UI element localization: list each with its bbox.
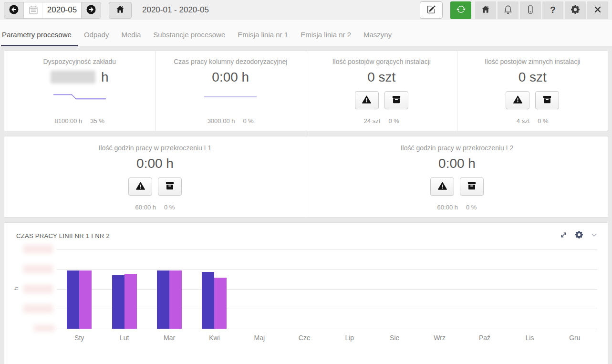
kpi-footer: 4 szt 0 % xyxy=(517,117,549,125)
kpi-buttons xyxy=(355,91,408,109)
chart-title: CZAS PRACY LINII NR 1 I NR 2 xyxy=(16,232,110,239)
dashboard-home-button[interactable] xyxy=(475,1,496,19)
bar-linia-nr-1 xyxy=(202,272,214,329)
baseline xyxy=(57,329,597,329)
arrow-right-circle-icon xyxy=(86,4,96,16)
kpi-buttons xyxy=(430,177,484,196)
kpi-footer: 24 szt 0 % xyxy=(364,117,399,125)
expand-icon[interactable] xyxy=(560,231,567,240)
kpi-card-czas-kolumny: Czas pracy kolumny dezodoryzacyjnej 0:00… xyxy=(156,51,307,131)
x-tick-label: Lut xyxy=(102,334,146,342)
kpi-percent: 0 % xyxy=(466,204,477,211)
kpi-card-dyspozycyjnosc: Dyspozycyjność zakładu h 8100:00 h 35 % xyxy=(4,51,156,131)
refresh-icon xyxy=(456,5,466,15)
pencil-square-icon xyxy=(427,5,436,15)
arrow-left-circle-icon xyxy=(9,4,19,16)
gear-icon xyxy=(571,5,580,15)
bar-group xyxy=(507,249,552,329)
alerts-button[interactable] xyxy=(355,91,379,109)
kpi-value: 0:00 h xyxy=(212,70,249,85)
redacted-tick-label xyxy=(23,245,53,253)
x-tick-label: Maj xyxy=(237,334,282,342)
chart-header: CZAS PRACY LINII NR 1 I NR 2 xyxy=(4,223,608,245)
x-tick-label: Cze xyxy=(282,334,327,342)
x-tick-label: Gru xyxy=(552,334,597,342)
kpi-title: Czas pracy kolumny dezodoryzacyjnej xyxy=(174,58,287,65)
archive-button[interactable] xyxy=(460,177,484,196)
refresh-button[interactable] xyxy=(450,1,471,19)
tab-emisja-linia-nr-1[interactable]: Emisja linia nr 1 xyxy=(231,31,294,46)
archive-button[interactable] xyxy=(535,91,559,109)
kpi-limit: 60:00 h xyxy=(437,204,458,211)
tab-maszyny[interactable]: Maszyny xyxy=(357,31,398,46)
archive-icon xyxy=(467,182,476,191)
kpi-sparkline xyxy=(53,93,106,103)
redacted-tick-label xyxy=(23,265,53,273)
bar-group xyxy=(102,249,146,329)
alerts-button[interactable] xyxy=(506,91,529,109)
bar-row xyxy=(57,249,597,329)
kpi-percent: 0 % xyxy=(538,117,548,125)
previous-period-button[interactable] xyxy=(4,2,24,18)
bar-group xyxy=(57,249,102,329)
tab-emisja-linia-nr-2[interactable]: Emisja linia nr 2 xyxy=(294,31,357,46)
kpi-row-1: Dyspozycyjność zakładu h 8100:00 h 35 % … xyxy=(4,51,608,131)
kpi-card-postoje-zimne: Ilość postojów zimnych instalacji 0 szt … xyxy=(457,51,608,131)
archive-icon xyxy=(392,95,401,105)
main-content: Dyspozycyjność zakładu h 8100:00 h 35 % … xyxy=(0,46,612,364)
mobile-icon xyxy=(526,5,535,15)
kpi-percent: 35 % xyxy=(90,117,104,125)
tab-media[interactable]: Media xyxy=(115,31,147,46)
bar-linia-nr-2 xyxy=(169,270,182,329)
kpi-value: 0 szt xyxy=(519,70,547,85)
bar-group xyxy=(327,249,372,329)
period-range-label: 2020-01 - 2020-05 xyxy=(142,5,209,15)
kpi-value: 0 szt xyxy=(367,70,395,85)
tab-parametry-procesowe[interactable]: Parametry procesowe xyxy=(1,31,78,46)
home-icon xyxy=(116,5,124,15)
x-tick-label: Paź xyxy=(462,334,507,342)
settings-button[interactable] xyxy=(565,1,586,19)
bar-group xyxy=(372,249,417,329)
warning-triangle-icon xyxy=(513,95,522,105)
tab-substancje-procesowe[interactable]: Substancje procesowe xyxy=(147,31,231,46)
kpi-footer: 60:00 h 0 % xyxy=(437,204,477,211)
help-button[interactable]: ? xyxy=(542,1,563,19)
close-button[interactable] xyxy=(587,1,608,19)
archive-button[interactable] xyxy=(384,91,408,109)
next-period-button[interactable] xyxy=(81,2,101,18)
home-period-button[interactable] xyxy=(109,2,132,19)
question-icon: ? xyxy=(550,5,556,15)
kpi-title: Ilość postojów gorących instalacji xyxy=(332,58,431,65)
archive-button[interactable] xyxy=(158,177,182,196)
chart-settings-gear-icon[interactable] xyxy=(575,231,583,240)
alerts-button[interactable] xyxy=(128,177,152,196)
notifications-button[interactable] xyxy=(498,1,519,19)
kpi-title: Dyspozycyjność zakładu xyxy=(43,58,116,65)
kpi-buttons xyxy=(506,91,559,109)
kpi-buttons xyxy=(128,177,182,196)
period-input[interactable] xyxy=(43,2,81,18)
mobile-button[interactable] xyxy=(520,1,541,19)
kpi-limit: 4 szt xyxy=(517,117,529,125)
tab-odpady[interactable]: Odpady xyxy=(78,31,115,46)
kpi-card-przekroczenie-l2: Ilość godzin pracy w przekroczeniu L2 0:… xyxy=(306,136,608,217)
toolbar-right-buttons: ? xyxy=(420,1,608,19)
bar-group xyxy=(237,249,282,329)
kpi-value: 0:00 h xyxy=(136,156,174,171)
chart-panel: CZAS PRACY LINII NR 1 I NR 2 h xyxy=(4,222,608,364)
warning-triangle-icon xyxy=(438,182,447,191)
x-tick-label: Lis xyxy=(507,334,552,342)
kpi-title: Ilość godzin pracy w przekroczeniu L1 xyxy=(99,144,212,152)
kpi-footer: 3000:00 h 0 % xyxy=(207,117,254,125)
kpi-footer: 60:00 h 0 % xyxy=(135,204,175,211)
bar-linia-nr-2 xyxy=(79,270,92,329)
edit-button[interactable] xyxy=(420,1,443,19)
bar-group xyxy=(462,249,507,329)
bar-group xyxy=(552,249,597,329)
chevron-down-icon[interactable] xyxy=(591,231,597,240)
kpi-limit: 3000:00 h xyxy=(207,117,235,125)
x-tick-label: Lip xyxy=(327,334,372,342)
redacted-tick-label xyxy=(23,304,53,313)
alerts-button[interactable] xyxy=(430,177,454,196)
